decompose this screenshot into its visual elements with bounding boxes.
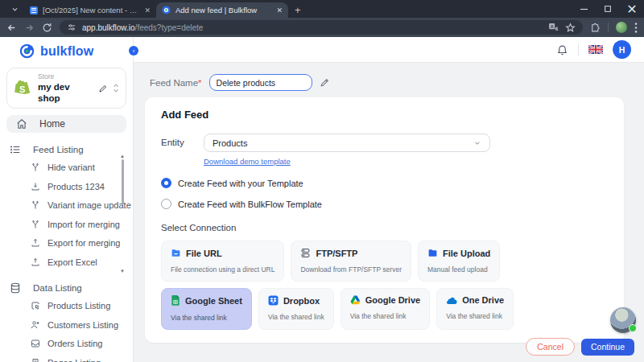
sidebar-item-hide-variant[interactable]: Hide variant	[0, 158, 133, 177]
sidebar-item-products-listing[interactable]: Products Listing	[0, 296, 133, 315]
app-header: H	[134, 37, 644, 63]
sidebar-item-export-for-merging[interactable]: Export for merging	[0, 233, 133, 253]
sidebar-section-data-listing[interactable]: Data Listing	[0, 280, 133, 296]
sidebar-item-label: Products 1234	[47, 182, 105, 191]
menu-dots-icon[interactable]	[634, 23, 638, 33]
scroll-up-icon[interactable]: ▲	[120, 154, 125, 158]
sidebar-item-label: Home	[39, 118, 65, 130]
section-label: Feed Listing	[33, 145, 84, 154]
sidebar-item-label: Customers Listing	[47, 320, 118, 330]
window-controls: ✕	[572, 0, 644, 18]
connection-desc: File connection using a direct URL	[171, 265, 275, 274]
sidebar-collapse-button[interactable]: ‹	[129, 46, 138, 56]
connection-card-dropbox[interactable]: Dropbox Via the shared link	[258, 288, 334, 330]
maximize-button[interactable]	[596, 0, 620, 18]
extensions-icon[interactable]	[590, 23, 601, 33]
sidebar-item-label: Export for merging	[47, 238, 120, 248]
tab-search-button[interactable]	[8, 2, 21, 15]
sidebar-item-home[interactable]: Home	[6, 115, 126, 133]
reload-icon[interactable]	[42, 23, 52, 33]
connection-card-file-url[interactable]: File URL File connection using a direct …	[161, 241, 284, 282]
sidebar-item-label: Export Excel	[47, 257, 97, 267]
svg-text:S: S	[19, 84, 25, 93]
sidebar-item-variant-image-update[interactable]: Variant image update	[0, 195, 133, 215]
list-icon	[10, 144, 21, 155]
page-content: Feed Name* Add Feed Entity Products Down…	[134, 63, 644, 362]
feed-name-row: Feed Name*	[150, 74, 624, 91]
support-chat-avatar[interactable]	[610, 307, 636, 333]
bulkflow-app: ‹ bulkflow S Store my dev shop H	[0, 37, 644, 362]
cancel-button[interactable]: Cancel	[526, 338, 575, 356]
close-window-button[interactable]: ✕	[620, 0, 644, 18]
sidebar-section-feed-listing[interactable]: Feed Listing	[0, 142, 133, 158]
notification-bell-icon[interactable]	[556, 43, 568, 56]
tab-docs[interactable]: [Oct/2025] New content - Ha M ✕	[24, 2, 156, 18]
bulkflow-logo-icon	[19, 43, 35, 59]
sidebar-item-export-excel[interactable]: Export Excel	[0, 253, 133, 272]
user-avatar[interactable]: H	[613, 40, 631, 59]
connection-card-google-drive[interactable]: Google Drive Via the shared link	[341, 288, 430, 330]
connection-name: Dropbox	[283, 296, 320, 306]
store-switcher[interactable]: S Store my dev shop	[6, 68, 126, 109]
close-tab-icon[interactable]: ✕	[144, 6, 151, 14]
connection-card-one-drive[interactable]: One Drive Via the shared link	[436, 288, 514, 330]
tab-bulkflow-active[interactable]: Add new feed | Bulkflow ✕	[156, 2, 288, 18]
docs-favicon-icon	[30, 6, 38, 14]
edit-feed-name-icon[interactable]	[320, 77, 330, 88]
minimize-button[interactable]	[572, 0, 596, 18]
connection-desc: Via the shared link	[171, 314, 242, 322]
browser-toolbar: app.bulkflow.io/feeds?type=delete A	[0, 18, 644, 37]
split-icon	[31, 200, 40, 210]
scroll-down-icon[interactable]: ▼	[120, 269, 125, 274]
feed-name-input[interactable]	[209, 74, 312, 91]
language-flag-icon[interactable]	[588, 45, 603, 54]
sidebar-item-import-for-merging[interactable]: Import for merging	[0, 215, 133, 234]
connection-desc: Via the shared link	[446, 312, 504, 320]
connection-card-google-sheet[interactable]: Google Sheet Via the shared link	[161, 288, 252, 330]
feed-listing-items: ▲ ▼ Hide variant Products 1234 Variant i…	[0, 158, 133, 271]
translate-icon[interactable]: A	[548, 23, 559, 33]
entity-row: Entity Products	[161, 134, 608, 152]
brand[interactable]: bulkflow	[0, 37, 133, 59]
edit-store-icon[interactable]	[98, 84, 108, 93]
toolbar-divider	[608, 23, 609, 32]
feed-list-scrollbar[interactable]	[122, 159, 124, 204]
sidebar-item-pages-listing[interactable]: Pages Listing	[0, 353, 133, 362]
entity-select[interactable]: Products	[204, 134, 490, 152]
radio-own-template[interactable]: Create Feed with your Template	[161, 178, 608, 188]
radio-label: Create Feed with your Template	[178, 179, 303, 188]
sidebar-item-orders-listing[interactable]: Orders Listing	[0, 334, 133, 353]
bookmark-star-icon[interactable]	[565, 23, 576, 33]
new-tab-button[interactable]: +	[295, 5, 301, 15]
continue-button[interactable]: Continue	[581, 339, 634, 356]
radio-selected-icon[interactable]	[161, 178, 171, 188]
split-icon	[31, 220, 40, 229]
back-icon[interactable]	[6, 23, 17, 33]
connection-card-ftp-sftp[interactable]: FTP/SFTP Download from FTP/SFTP server	[291, 241, 411, 282]
close-tab-icon[interactable]: ✕	[276, 6, 283, 14]
address-bar[interactable]: app.bulkflow.io/feeds?type=delete A	[60, 20, 583, 35]
tab-title: Add new feed | Bulkflow	[175, 6, 271, 14]
browser-profile-avatar[interactable]	[616, 22, 627, 33]
store-name: my dev shop	[38, 81, 93, 105]
split-icon	[31, 162, 40, 172]
site-settings-icon[interactable]	[67, 23, 76, 32]
radio-bulkflow-template[interactable]: Create Feed with BulkFlow Template	[161, 199, 608, 209]
forward-icon[interactable]	[24, 23, 35, 33]
url-text[interactable]: app.bulkflow.io/feeds?type=delete	[82, 23, 203, 32]
home-icon	[16, 118, 27, 130]
google-sheet-icon	[171, 295, 180, 306]
switch-store-icon[interactable]	[113, 84, 119, 93]
connection-name: Google Sheet	[185, 296, 242, 306]
ftp-server-icon	[300, 248, 311, 258]
sidebar-item-products-1234[interactable]: Products 1234	[0, 177, 133, 196]
download-demo-template-link[interactable]: Download demo template	[204, 157, 291, 166]
sidebar-item-label: Pages Listing	[47, 358, 101, 362]
connection-card-file-upload[interactable]: File Upload Manual feed upload	[418, 241, 500, 282]
svg-text:A: A	[551, 23, 554, 28]
radio-unselected-icon[interactable]	[161, 199, 171, 209]
box-icon	[31, 301, 40, 311]
sidebar-item-label: Hide variant	[47, 162, 95, 172]
sidebar-item-customers-listing[interactable]: Customers Listing	[0, 315, 133, 335]
sidebar-item-label: Products Listing	[47, 301, 110, 311]
